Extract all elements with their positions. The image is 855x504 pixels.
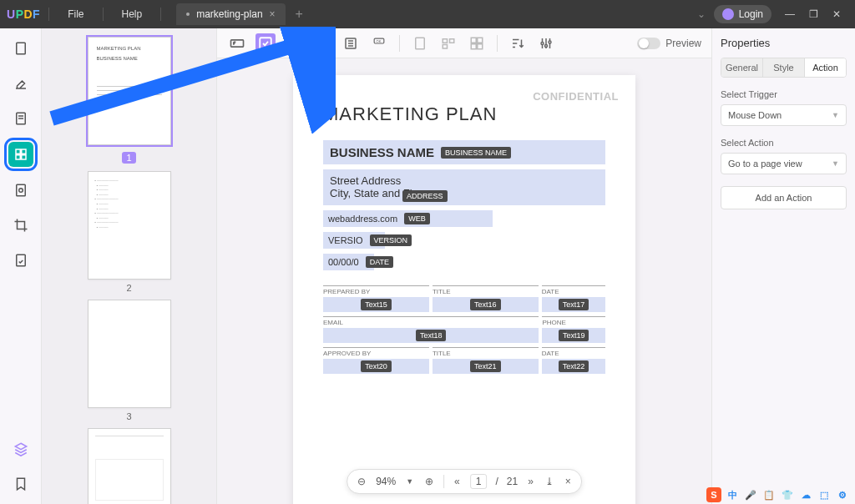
button-field-icon[interactable]: OK xyxy=(369,33,389,53)
field-text: Street Address xyxy=(330,174,599,187)
svg-rect-3 xyxy=(21,149,25,154)
form-input[interactable]: Text18 xyxy=(323,328,539,343)
date-field[interactable]: 00/00/0 DATE xyxy=(323,254,374,270)
close-bar-icon[interactable]: × xyxy=(564,474,573,489)
thumbnail-1[interactable]: MARKETING PLANBUSINESS NAME xyxy=(88,37,171,145)
eraser-tool-icon[interactable] xyxy=(9,72,33,95)
separator xyxy=(48,8,49,21)
login-button[interactable]: Login xyxy=(714,5,772,23)
tray-icon[interactable]: ☁ xyxy=(798,487,813,502)
thumbnail-panel: MARKETING PLANBUSINESS NAME 1 ▪ ────────… xyxy=(42,28,217,504)
properties-panel: Properties General Style Action Select T… xyxy=(711,28,855,504)
preview-label: Preview xyxy=(665,38,701,49)
svg-rect-19 xyxy=(450,38,454,43)
add-action-button[interactable]: Add an Action xyxy=(721,186,847,209)
select-trigger-label: Select Trigger xyxy=(721,89,847,99)
minimize-icon[interactable]: — xyxy=(778,8,802,20)
trigger-select[interactable]: Mouse Down ▼ xyxy=(721,104,847,126)
chevron-down-icon: ▼ xyxy=(832,111,839,119)
field-text: VERSIO xyxy=(328,235,363,245)
tab-dot-icon xyxy=(186,13,190,16)
tray-icon[interactable]: S xyxy=(706,487,721,502)
form-input[interactable]: Text19 xyxy=(542,328,605,343)
settings-tool-icon[interactable] xyxy=(536,33,556,53)
distribute-tool-icon[interactable] xyxy=(438,33,458,53)
business-name-field[interactable]: BUSINESS NAME BUSINESS NAME xyxy=(323,140,605,164)
tab-general[interactable]: General xyxy=(721,58,763,77)
tab-action[interactable]: Action xyxy=(805,58,846,77)
tab-close-icon[interactable]: × xyxy=(270,8,276,20)
zoom-out-icon[interactable]: ⊖ xyxy=(356,474,367,489)
page-tool-icon[interactable] xyxy=(9,37,33,60)
login-label: Login xyxy=(739,8,763,20)
crop-tool-icon[interactable] xyxy=(9,214,33,237)
organize-tool-icon[interactable] xyxy=(9,179,33,202)
close-icon[interactable]: ✕ xyxy=(825,8,848,20)
field-badge: Text20 xyxy=(361,360,392,372)
bookmark-icon[interactable] xyxy=(9,472,33,496)
svg-rect-4 xyxy=(16,155,20,159)
web-field[interactable]: webaddress.com WEB xyxy=(323,210,493,227)
form-input[interactable]: Text22 xyxy=(542,359,605,374)
svg-rect-23 xyxy=(471,43,476,48)
tray-icon[interactable]: 📋 xyxy=(761,487,777,502)
tray-icon[interactable]: 中 xyxy=(725,487,740,502)
thumbnail-3[interactable] xyxy=(88,300,171,408)
layers-icon[interactable] xyxy=(9,437,33,461)
separator xyxy=(443,475,444,488)
field-text: 00/00/0 xyxy=(328,257,359,267)
preview-toggle[interactable]: Preview xyxy=(637,38,701,49)
action-select[interactable]: Go to a page view ▼ xyxy=(721,153,847,174)
field-badge: Text16 xyxy=(470,299,501,310)
annotate-tool-icon[interactable] xyxy=(9,107,33,130)
tray-icon[interactable]: ⬚ xyxy=(817,487,832,502)
address-field[interactable]: Street Address City, State and Zip ADDRE… xyxy=(323,169,605,205)
align-tool-icon[interactable] xyxy=(410,33,430,53)
sort-tool-icon[interactable] xyxy=(508,33,528,53)
form-input[interactable]: Text15 xyxy=(323,297,429,312)
page-separator: / xyxy=(495,476,498,487)
dropdown-field-icon[interactable] xyxy=(312,33,332,53)
field-badge: Text17 xyxy=(559,299,589,310)
toggle-switch[interactable] xyxy=(637,38,660,49)
tab-style[interactable]: Style xyxy=(763,58,805,77)
svg-rect-17 xyxy=(416,38,425,49)
checkbox-field-icon[interactable] xyxy=(255,33,276,53)
system-tray: S 中 🎤 📋 👕 ☁ ⬚ ⚙ xyxy=(706,487,850,502)
jump-icon[interactable]: ⤓ xyxy=(544,474,555,489)
form-input[interactable]: Text16 xyxy=(433,297,539,312)
menu-help[interactable]: Help xyxy=(115,5,149,23)
panel-title: Properties xyxy=(721,37,847,49)
thumbnail-4[interactable] xyxy=(88,428,171,504)
tray-icon[interactable]: 👕 xyxy=(780,487,795,502)
add-tab-button[interactable]: + xyxy=(296,7,303,22)
text-field-icon[interactable] xyxy=(227,33,247,53)
zoom-dropdown-icon[interactable]: ▼ xyxy=(404,476,415,487)
tray-icon[interactable]: 🎤 xyxy=(743,487,758,502)
separator xyxy=(497,35,498,52)
thumbnail-2[interactable]: ▪ ───────── ▪ ──── ▪ ──── ▪ ────▪ ──────… xyxy=(88,171,171,280)
menu-file[interactable]: File xyxy=(61,5,90,23)
form-tool-icon[interactable] xyxy=(8,142,33,167)
form-input[interactable]: Text20 xyxy=(323,359,429,374)
zoom-in-icon[interactable]: ⊕ xyxy=(423,474,435,489)
document-tab[interactable]: marketing-plan × xyxy=(176,3,285,25)
protect-tool-icon[interactable] xyxy=(9,249,33,272)
field-badge: Text18 xyxy=(416,330,447,341)
svg-point-25 xyxy=(541,42,544,44)
page-current[interactable]: 1 xyxy=(470,474,488,489)
thumbnail-number: 1 xyxy=(122,152,135,164)
version-field[interactable]: VERSIO VERSION xyxy=(323,232,385,249)
form-input[interactable]: Text21 xyxy=(433,359,539,374)
form-input[interactable]: Text17 xyxy=(542,297,605,312)
listbox-field-icon[interactable] xyxy=(341,33,361,53)
maximize-icon[interactable]: ❐ xyxy=(802,8,825,20)
radio-field-icon[interactable] xyxy=(284,33,304,53)
label-date: DATE xyxy=(542,285,605,295)
chevron-down-icon[interactable]: ⌄ xyxy=(697,8,706,20)
grid-tool-icon[interactable] xyxy=(467,33,487,53)
watermark: CONFIDENTIAL xyxy=(533,90,619,103)
prev-page-icon[interactable]: « xyxy=(453,474,462,489)
tray-icon[interactable]: ⚙ xyxy=(835,487,850,502)
next-page-icon[interactable]: » xyxy=(526,474,535,489)
